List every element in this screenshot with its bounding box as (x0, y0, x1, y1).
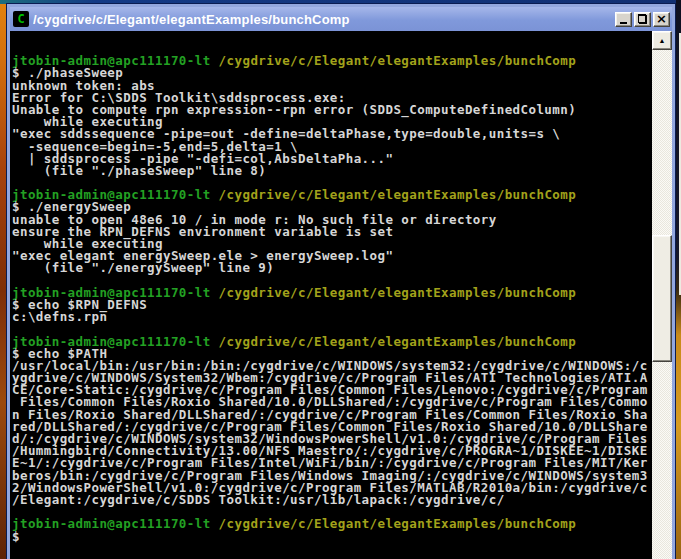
terminal-line: (file "./energySweep" line 9) (12, 262, 652, 274)
up-arrow-icon: ▲ (659, 37, 666, 44)
scrollbar-track[interactable] (652, 50, 672, 559)
vertical-scrollbar[interactable]: ▲ (652, 31, 672, 559)
console-client-area: jtobin-admin@apc111170-lt /cygdrive/c/El… (10, 31, 672, 559)
terminal-line: /Elegant:/cygdrive/c/SDDS Toolkit:/usr/l… (12, 494, 652, 506)
terminal-line: $ echo $RPN_DEFNS (12, 299, 652, 311)
minimize-icon (620, 22, 627, 24)
minimize-button[interactable] (615, 12, 632, 27)
scrollbar-thumb[interactable] (652, 235, 672, 362)
scroll-up-button[interactable]: ▲ (652, 31, 672, 50)
terminal-line: jtobin-admin@apc111170-lt /cygdrive/c/El… (12, 518, 652, 530)
terminal-line: $ (12, 531, 652, 543)
terminal-line: (file "./phaseSweep" line 8) (12, 165, 652, 177)
title-bar[interactable]: C /cygdrive/c/Elegant/elegantExamples/bu… (10, 7, 672, 31)
close-button[interactable]: × (653, 12, 670, 27)
terminal-window: C /cygdrive/c/Elegant/elegantExamples/bu… (6, 3, 676, 559)
close-icon: × (656, 13, 667, 24)
window-controls: × (615, 12, 670, 27)
cygwin-icon: C (13, 11, 29, 27)
restore-button[interactable] (634, 12, 651, 27)
terminal-line: jtobin-admin@apc111170-lt /cygdrive/c/El… (12, 336, 652, 348)
terminal-line: c:\defns.rpn (12, 311, 652, 323)
restore-icon (638, 15, 647, 23)
terminal-output[interactable]: jtobin-admin@apc111170-lt /cygdrive/c/El… (10, 31, 652, 559)
cygwin-icon-glyph: C (17, 12, 24, 26)
window-title: /cygdrive/c/Elegant/elegantExamples/bunc… (33, 12, 611, 27)
